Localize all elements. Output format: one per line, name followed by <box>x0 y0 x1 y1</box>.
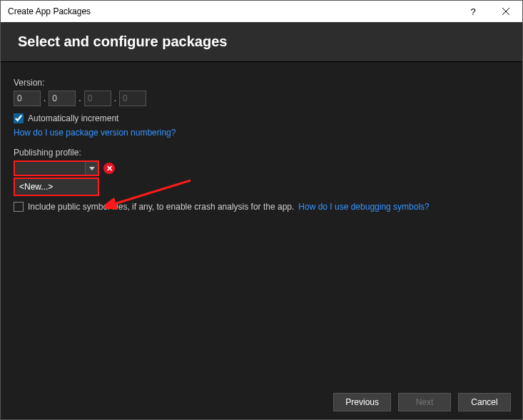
chevron-down-icon <box>89 165 95 171</box>
svg-line-3 <box>112 180 191 205</box>
window-title: Create App Packages <box>8 6 91 16</box>
version-major-input[interactable] <box>14 91 41 106</box>
version-help-link[interactable]: How do I use package version numbering? <box>14 128 176 138</box>
svg-marker-2 <box>89 167 95 170</box>
footer: Previous Next Cancel <box>1 385 522 419</box>
next-button: Next <box>398 393 451 411</box>
version-build-input <box>84 91 111 106</box>
version-revision-input <box>119 91 146 106</box>
profile-dropdown-button[interactable] <box>85 162 98 175</box>
error-icon: ✕ <box>103 163 115 174</box>
page-header: Select and configure packages <box>1 22 522 62</box>
symbols-checkbox[interactable] <box>14 202 24 212</box>
close-icon <box>502 8 509 15</box>
profile-dropdown: <New...> <box>14 178 99 196</box>
profile-combobox[interactable] <box>14 160 99 176</box>
profile-option-new[interactable]: <New...> <box>15 179 98 195</box>
help-button[interactable]: ? <box>457 1 489 22</box>
symbols-label: Include public symbol files, if any, to … <box>28 202 294 212</box>
profile-value <box>15 162 85 175</box>
content-area: Version: . . . Automatically increment H… <box>1 62 522 385</box>
auto-increment-row: Automatically increment <box>14 113 509 123</box>
profile-label: Publishing profile: <box>14 148 509 158</box>
page-title: Select and configure packages <box>18 34 505 50</box>
version-label: Version: <box>14 78 509 88</box>
symbols-help-link[interactable]: How do I use debugging symbols? <box>298 202 429 212</box>
version-row: . . . <box>14 91 509 106</box>
close-button[interactable] <box>489 1 522 22</box>
cancel-button[interactable]: Cancel <box>458 393 511 411</box>
titlebar: Create App Packages ? <box>1 1 522 22</box>
dialog-window: Create App Packages ? Select and configu… <box>0 0 523 420</box>
profile-row: ✕ <New...> <box>14 160 509 176</box>
version-minor-input[interactable] <box>49 91 76 106</box>
symbols-row: Include public symbol files, if any, to … <box>14 202 509 212</box>
auto-increment-checkbox[interactable] <box>14 113 24 123</box>
previous-button[interactable]: Previous <box>333 393 391 411</box>
auto-increment-label: Automatically increment <box>28 113 118 123</box>
